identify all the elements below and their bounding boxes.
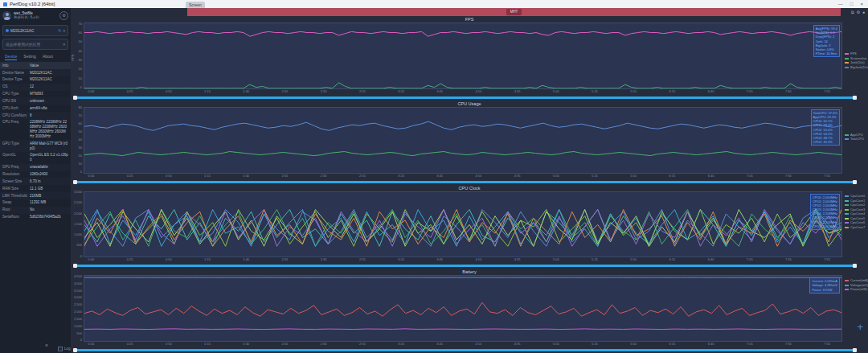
chevron-down-icon[interactable]: ▾ [63,43,65,47]
minimize-icon[interactable]: — [838,2,843,6]
add-chart-button[interactable]: + [857,322,863,332]
maximize-icon[interactable]: □ [850,2,854,6]
app-select[interactable]: 请选择要测试的应用 ▾ [2,39,68,50]
x-tick: 4:10 [475,174,481,178]
fps-plot-canvas[interactable] [84,23,841,88]
legend-label: Current(mA) [850,279,868,282]
y-tick: 50 [79,130,82,133]
battery-timeline-scrollbar[interactable] [73,347,857,353]
checkbox-icon[interactable] [58,347,63,351]
legend-item[interactable]: CpuCore3 [845,208,865,211]
scrollbar-handle-left[interactable] [73,264,77,268]
info-row-value: 6.70 in [30,179,68,184]
scrollbar-handle-right[interactable] [853,96,857,100]
legend-swatch-icon [845,53,849,55]
user-avatar-icon [2,11,11,20]
screenshot-icon[interactable]: ⧉ [851,10,854,14]
sidebar-collapse-button[interactable]: « [45,343,48,348]
battery-plot[interactable]: Current: 2,035mAVoltage: 4,381mVPower: 8… [84,275,842,342]
info-row: RootNo [0,207,71,214]
y-tick: 500 [76,244,82,247]
fps-plot[interactable]: Avg(FPS): 59.4Var(FPS): 0.9Drop(FPS): 2J… [84,23,842,89]
stats-line: CPU5: 2,208MHz [813,215,837,220]
cpu-usage-timeline-scrollbar[interactable] [73,179,857,185]
scrollbar-handle-left[interactable] [73,348,77,352]
scrollbar-handle-right[interactable] [853,264,857,268]
cpu-usage-plot-canvas[interactable] [84,108,841,173]
titlebar-tab[interactable]: Screen [186,2,205,8]
x-tick: 0:25 [127,258,133,261]
x-tick: 0:25 [127,90,133,93]
legend-item[interactable]: CpuCore7 [845,226,865,229]
battery-y-axis: 4,5004,0003,5003,0002,5002,0001,5001,000… [72,275,84,342]
legend-item[interactable]: Current(mA) [845,279,868,282]
legend-swatch-icon [845,222,849,224]
chart-title-cpu-usage: CPU Usage [71,101,868,107]
legend-item[interactable]: TotalCPU [845,138,864,141]
legend-item[interactable]: CpuCore2 [845,203,865,207]
x-tick: 0:00 [88,174,95,178]
info-row-value: 216MB [30,194,68,199]
legend-item[interactable]: BigJank(10s) [845,66,868,69]
user-subtitle: 剩余时长: 8小时 [14,16,39,20]
cpu-usage-y-axis: 80706050403020100 [72,107,84,174]
scrollbar-handle-left[interactable] [73,180,77,184]
legend-item[interactable]: CpuCore1 [845,199,865,203]
fps-timeline-scrollbar[interactable] [73,95,857,101]
info-row-label: RAM Size [2,187,30,191]
settings-icon[interactable]: ⚙ [59,11,68,20]
legend-item[interactable]: AppCPU [845,133,864,137]
x-tick: 2:30 [321,90,327,93]
tab-setting[interactable]: Setting [23,54,36,60]
info-row-value: 12 [30,84,68,89]
x-tick: 4:10 [475,90,481,93]
cpu-clock-plot[interactable]: CPU0: 2,000MHzCPU1: 2,000MHzCPU2: 2,000M… [84,191,842,258]
chevron-down-icon[interactable]: ▾ [63,29,65,33]
legend-item[interactable]: Jank(10s) [845,61,868,64]
x-tick: 0:00 [88,258,95,261]
legend-label: CpuCore3 [850,208,865,211]
cpu-clock-timeline-scrollbar[interactable] [73,263,857,269]
record-icon[interactable]: ● [862,10,865,14]
titlebar: PerfDog v10.2 [64bit] Screen — □ × [0,0,868,8]
x-tick: 1:15 [204,258,211,261]
scrollbar-range[interactable] [76,265,854,267]
scrollbar-range[interactable] [76,349,854,351]
cpu-usage-plot[interactable]: TotalCPU: 57.6%AppCPU: 23.2%CPU0: 62.1%C… [84,107,842,174]
refresh-icon[interactable]: ↻ [58,29,61,33]
legend-item[interactable]: Screenshot [845,57,868,60]
close-icon[interactable]: × [860,2,863,6]
chart-cpu-clock: CPU Clock3,0002,5002,0001,5001,0005000CP… [71,185,868,269]
tab-device[interactable]: Device [5,54,17,60]
legend-item[interactable]: Power(mW) [845,288,868,291]
chart-title-cpu-clock: CPU Clock [71,185,868,191]
scrollbar-range[interactable] [76,96,854,99]
scrollbar-handle-right[interactable] [853,180,857,184]
legend-item[interactable]: CpuCore5 [845,217,865,220]
scrollbar-handle-right[interactable] [853,348,857,352]
info-row-label: Screen Size [2,179,30,184]
legend-item[interactable]: Voltage(mV) [845,284,868,287]
scrollbar-handle-left[interactable] [73,96,77,100]
legend-item[interactable]: CpuCore0 [845,195,865,198]
legend-item[interactable]: CpuCore4 [845,212,865,215]
legend-item[interactable]: FPS [845,52,868,55]
tab-about[interactable]: About [43,54,53,60]
scrollbar-range[interactable] [76,181,854,183]
battery-plot-canvas[interactable] [84,276,841,341]
y-tick: 80 [79,106,82,109]
y-tick: 0 [80,170,82,174]
x-tick: 7:05 [747,90,753,93]
legend-item[interactable]: CpuCore6 [845,221,865,224]
device-select[interactable]: M2012K11AC ↻ ▾ [2,25,68,36]
info-row-label: GPU Type [2,142,30,151]
legend-label: Voltage(mV) [850,284,868,287]
info-row: SerialNum5d6236b7434f5a2b [0,214,71,221]
y-tick: 60 [79,122,82,125]
cpu-clock-plot-canvas[interactable] [84,192,841,257]
settings-icon[interactable]: ⚙ [856,10,859,14]
x-tick: 4:35 [514,90,521,93]
cpu-clock-right-margin: CpuCore0CpuCore1CpuCore2CpuCore3CpuCore4… [842,191,868,258]
x-tick: 5:00 [553,90,559,93]
log-toggle[interactable]: Log [58,347,71,351]
